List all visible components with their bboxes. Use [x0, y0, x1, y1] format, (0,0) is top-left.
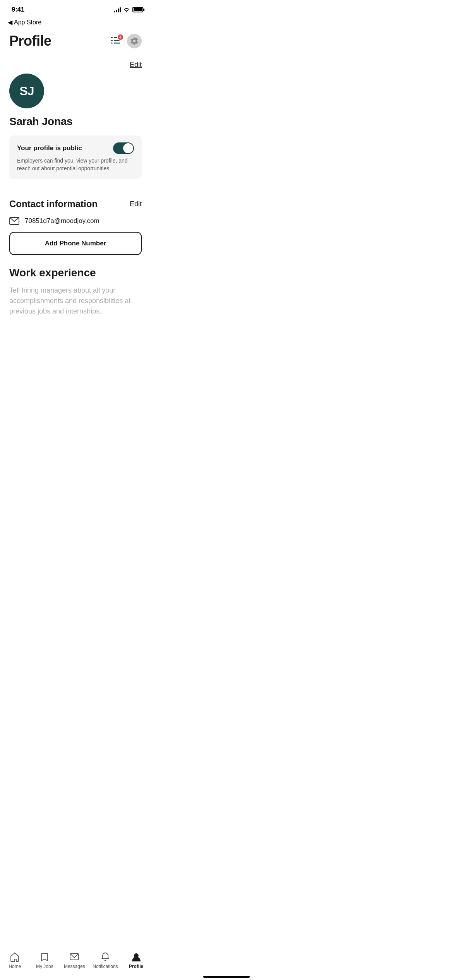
svg-rect-4 — [111, 40, 113, 41]
email-address: 70851d7a@moodjoy.com — [25, 217, 100, 225]
public-toggle-label: Your profile is public — [17, 144, 82, 152]
public-toggle-description: Employers can find you, view your profil… — [17, 157, 134, 172]
profile-header: Edit — [9, 61, 142, 69]
user-name: Sarah Jonas — [9, 115, 142, 128]
work-experience-title: Work experience — [9, 267, 142, 279]
public-toggle-row: Your profile is public — [17, 142, 134, 154]
header-icons: 4 — [111, 34, 142, 48]
back-arrow-icon: ◀ — [8, 19, 12, 26]
page-title: Profile — [9, 33, 51, 49]
mail-icon — [9, 217, 19, 225]
contact-section-header: Contact information Edit — [9, 199, 142, 209]
work-experience-section: Work experience Tell hiring managers abo… — [0, 267, 151, 317]
svg-rect-5 — [111, 43, 113, 44]
svg-rect-2 — [114, 43, 120, 44]
battery-icon — [132, 7, 143, 12]
wifi-icon — [123, 7, 130, 12]
app-store-back[interactable]: ◀ App Store — [0, 17, 151, 29]
contact-section: Contact information Edit 70851d7a@moodjo… — [0, 199, 151, 255]
public-toggle-switch[interactable] — [113, 142, 134, 154]
status-icons — [114, 7, 143, 12]
status-bar: 9:41 — [0, 0, 151, 17]
svg-rect-3 — [111, 37, 113, 38]
work-experience-description: Tell hiring managers about all your acco… — [9, 285, 142, 317]
email-row: 70851d7a@moodjoy.com — [9, 217, 142, 225]
notification-list-button[interactable]: 4 — [111, 36, 122, 46]
contact-edit-button[interactable]: Edit — [130, 200, 142, 208]
profile-edit-button[interactable]: Edit — [130, 61, 142, 69]
add-phone-button[interactable]: Add Phone Number — [9, 232, 142, 255]
toggle-knob — [123, 143, 133, 153]
contact-section-title: Contact information — [9, 199, 98, 209]
status-time: 9:41 — [12, 6, 24, 14]
notification-badge: 4 — [117, 34, 124, 41]
public-toggle-card: Your profile is public Employers can fin… — [9, 135, 142, 179]
profile-section: Edit SJ Sarah Jonas Your profile is publ… — [0, 57, 151, 199]
back-text: App Store — [14, 19, 41, 26]
signal-bars-icon — [114, 7, 121, 12]
avatar-initials: SJ — [19, 84, 34, 98]
settings-button[interactable] — [127, 34, 142, 48]
page-header: Profile 4 — [0, 29, 151, 57]
gear-icon — [130, 37, 139, 45]
avatar: SJ — [9, 74, 44, 108]
